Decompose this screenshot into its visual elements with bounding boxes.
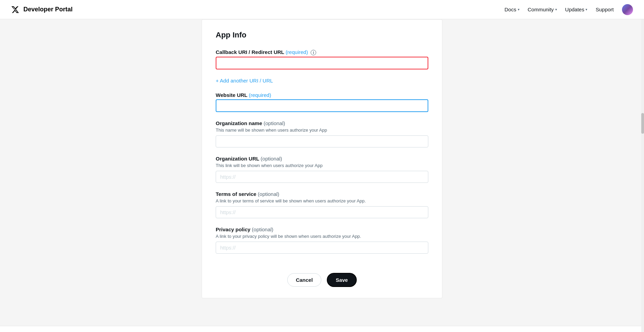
form-card: App Info Callback URI / Redirect URL (re… xyxy=(202,19,442,298)
callback-info-icon[interactable]: i xyxy=(311,50,316,55)
tos-sublabel: A link to your terms of service will be … xyxy=(216,198,428,203)
header: Developer Portal Docs ▾ Community ▾ Upda… xyxy=(0,0,644,19)
nav-community[interactable]: Community ▾ xyxy=(528,7,557,12)
org-name-label: Organization name (optional) xyxy=(216,120,428,126)
privacy-label: Privacy policy (optional) xyxy=(216,226,428,232)
org-name-input[interactable] xyxy=(216,135,428,147)
org-url-sublabel: This link will be shown when users autho… xyxy=(216,163,428,168)
form-actions: Cancel Save xyxy=(216,265,428,287)
org-url-label: Organization URL (optional) xyxy=(216,156,428,162)
nav-updates[interactable]: Updates ▾ xyxy=(565,7,588,12)
tos-label: Terms of service (optional) xyxy=(216,191,428,197)
docs-chevron-icon: ▾ xyxy=(518,8,519,11)
nav-support[interactable]: Support xyxy=(595,7,614,12)
scrollbar-thumb[interactable] xyxy=(641,113,644,134)
portal-title: Developer Portal xyxy=(23,6,73,13)
tos-optional: (optional) xyxy=(258,191,279,197)
website-url-wrapper xyxy=(216,99,428,112)
tos-group: Terms of service (optional) A link to yo… xyxy=(216,191,428,218)
org-name-group: Organization name (optional) This name w… xyxy=(216,120,428,147)
website-url-input[interactable] xyxy=(216,100,428,111)
header-left: Developer Portal xyxy=(11,5,73,14)
updates-chevron-icon: ▾ xyxy=(586,8,587,11)
content-wrapper: App Info Callback URI / Redirect URL (re… xyxy=(167,19,477,326)
callback-input-wrapper xyxy=(216,57,428,69)
main-content: App Info Callback URI / Redirect URL (re… xyxy=(0,19,644,326)
privacy-input[interactable] xyxy=(216,242,428,254)
callback-required-badge: (required) xyxy=(286,49,308,55)
privacy-optional: (optional) xyxy=(252,226,273,232)
website-required-badge: (required) xyxy=(249,92,271,98)
privacy-sublabel: A link to your privacy policy will be sh… xyxy=(216,234,428,239)
nav-docs[interactable]: Docs ▾ xyxy=(505,7,519,12)
callback-uri-group: Callback URI / Redirect URL (required) i xyxy=(216,49,428,69)
form-title: App Info xyxy=(216,31,428,40)
add-another-uri-link[interactable]: + Add another URI / URL xyxy=(216,78,273,84)
callback-uri-label: Callback URI / Redirect URL (required) i xyxy=(216,49,428,55)
avatar[interactable] xyxy=(622,4,633,15)
org-name-sublabel: This name will be shown when users autho… xyxy=(216,128,428,133)
x-logo-icon[interactable] xyxy=(11,5,19,14)
org-name-optional: (optional) xyxy=(264,120,285,126)
footer: PRIVACY COOKIES X TERMS & CONDITIONS DEV… xyxy=(0,326,644,332)
org-url-input[interactable] xyxy=(216,171,428,183)
tos-input[interactable] xyxy=(216,206,428,218)
website-url-group: Website URL (required) xyxy=(216,92,428,112)
cancel-button[interactable]: Cancel xyxy=(287,273,321,287)
save-button[interactable]: Save xyxy=(327,273,357,287)
add-uri-group: + Add another URI / URL xyxy=(216,74,428,84)
header-nav: Docs ▾ Community ▾ Updates ▾ Support xyxy=(505,4,633,15)
privacy-group: Privacy policy (optional) A link to your… xyxy=(216,226,428,254)
org-url-group: Organization URL (optional) This link wi… xyxy=(216,156,428,183)
website-url-label: Website URL (required) xyxy=(216,92,428,98)
scrollbar[interactable] xyxy=(641,19,644,332)
org-url-optional: (optional) xyxy=(261,156,282,162)
callback-uri-input[interactable] xyxy=(216,57,428,69)
community-chevron-icon: ▾ xyxy=(555,8,557,11)
